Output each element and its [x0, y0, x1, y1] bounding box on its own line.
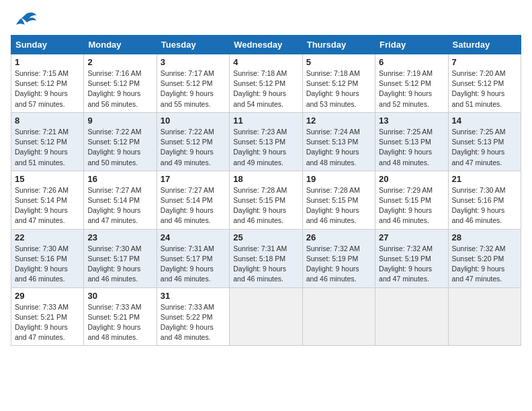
header-thursday: Thursday	[302, 36, 375, 54]
day-info: Sunrise: 7:28 AM Sunset: 5:15 PM Dayligh…	[306, 185, 371, 226]
day-info: Sunrise: 7:22 AM Sunset: 5:12 PM Dayligh…	[87, 127, 152, 168]
header-friday: Friday	[375, 36, 448, 54]
day-info: Sunrise: 7:15 AM Sunset: 5:12 PM Dayligh…	[15, 68, 80, 109]
day-info: Sunrise: 7:21 AM Sunset: 5:12 PM Dayligh…	[15, 127, 80, 168]
calendar-day-cell: 12 Sunrise: 7:24 AM Sunset: 5:13 PM Dayl…	[302, 112, 375, 171]
header-monday: Monday	[84, 36, 157, 54]
day-info: Sunrise: 7:17 AM Sunset: 5:12 PM Dayligh…	[161, 68, 226, 109]
header-saturday: Saturday	[448, 36, 521, 54]
day-info: Sunrise: 7:29 AM Sunset: 5:15 PM Dayligh…	[379, 185, 444, 226]
day-number: 6	[379, 57, 444, 67]
day-info: Sunrise: 7:25 AM Sunset: 5:13 PM Dayligh…	[379, 127, 444, 168]
day-number: 25	[233, 232, 298, 242]
calendar-day-cell: 19 Sunrise: 7:28 AM Sunset: 5:15 PM Dayl…	[302, 171, 375, 229]
header-wednesday: Wednesday	[230, 36, 302, 54]
day-number: 22	[15, 232, 80, 242]
calendar-table: Sunday Monday Tuesday Wednesday Thursday…	[11, 35, 521, 346]
day-info: Sunrise: 7:20 AM Sunset: 5:12 PM Dayligh…	[452, 68, 517, 109]
day-number: 7	[452, 57, 517, 67]
calendar-day-cell	[302, 287, 375, 346]
day-number: 9	[87, 116, 152, 126]
calendar-day-cell: 16 Sunrise: 7:27 AM Sunset: 5:14 PM Dayl…	[84, 171, 157, 229]
calendar-day-cell: 25 Sunrise: 7:31 AM Sunset: 5:18 PM Dayl…	[230, 229, 302, 287]
logo-icon	[11, 11, 38, 30]
calendar-day-cell: 21 Sunrise: 7:30 AM Sunset: 5:16 PM Dayl…	[448, 171, 521, 229]
calendar-day-cell: 26 Sunrise: 7:32 AM Sunset: 5:19 PM Dayl…	[302, 229, 375, 287]
day-info: Sunrise: 7:19 AM Sunset: 5:12 PM Dayligh…	[379, 68, 444, 109]
day-info: Sunrise: 7:18 AM Sunset: 5:12 PM Dayligh…	[306, 68, 371, 109]
day-info: Sunrise: 7:22 AM Sunset: 5:12 PM Dayligh…	[161, 127, 226, 168]
calendar-week-row: 22 Sunrise: 7:30 AM Sunset: 5:16 PM Dayl…	[11, 229, 521, 287]
day-info: Sunrise: 7:23 AM Sunset: 5:13 PM Dayligh…	[233, 127, 298, 168]
calendar-day-cell: 5 Sunrise: 7:18 AM Sunset: 5:12 PM Dayli…	[302, 54, 375, 113]
header-sunday: Sunday	[11, 36, 84, 54]
day-number: 3	[161, 57, 226, 67]
day-number: 8	[15, 116, 80, 126]
calendar-day-cell: 11 Sunrise: 7:23 AM Sunset: 5:13 PM Dayl…	[230, 112, 302, 171]
calendar-day-cell: 20 Sunrise: 7:29 AM Sunset: 5:15 PM Dayl…	[375, 171, 448, 229]
day-number: 17	[161, 174, 226, 184]
calendar-day-cell: 9 Sunrise: 7:22 AM Sunset: 5:12 PM Dayli…	[84, 112, 157, 171]
calendar-day-cell: 14 Sunrise: 7:25 AM Sunset: 5:13 PM Dayl…	[448, 112, 521, 171]
day-info: Sunrise: 7:27 AM Sunset: 5:14 PM Dayligh…	[87, 185, 152, 226]
calendar-day-cell: 23 Sunrise: 7:30 AM Sunset: 5:17 PM Dayl…	[84, 229, 157, 287]
day-info: Sunrise: 7:33 AM Sunset: 5:22 PM Dayligh…	[161, 302, 226, 343]
calendar-week-row: 1 Sunrise: 7:15 AM Sunset: 5:12 PM Dayli…	[11, 54, 521, 113]
day-number: 15	[15, 174, 80, 184]
calendar-day-cell: 27 Sunrise: 7:32 AM Sunset: 5:19 PM Dayl…	[375, 229, 448, 287]
calendar-day-cell: 24 Sunrise: 7:31 AM Sunset: 5:17 PM Dayl…	[157, 229, 229, 287]
header-tuesday: Tuesday	[157, 36, 229, 54]
day-number: 20	[379, 174, 444, 184]
day-number: 24	[161, 232, 226, 242]
day-info: Sunrise: 7:30 AM Sunset: 5:16 PM Dayligh…	[15, 244, 80, 285]
day-number: 27	[379, 232, 444, 242]
calendar-day-cell: 28 Sunrise: 7:32 AM Sunset: 5:20 PM Dayl…	[448, 229, 521, 287]
day-info: Sunrise: 7:16 AM Sunset: 5:12 PM Dayligh…	[87, 68, 152, 109]
calendar-week-row: 29 Sunrise: 7:33 AM Sunset: 5:21 PM Dayl…	[11, 287, 521, 346]
calendar-day-cell: 7 Sunrise: 7:20 AM Sunset: 5:12 PM Dayli…	[448, 54, 521, 113]
day-number: 12	[306, 116, 371, 126]
calendar-week-row: 15 Sunrise: 7:26 AM Sunset: 5:14 PM Dayl…	[11, 171, 521, 229]
day-number: 14	[452, 116, 517, 126]
day-info: Sunrise: 7:30 AM Sunset: 5:17 PM Dayligh…	[87, 244, 152, 285]
day-number: 16	[87, 174, 152, 184]
calendar-header-row: Sunday Monday Tuesday Wednesday Thursday…	[11, 36, 521, 54]
day-number: 23	[87, 232, 152, 242]
logo	[11, 11, 40, 30]
day-number: 4	[233, 57, 298, 67]
calendar-day-cell	[448, 287, 521, 346]
calendar-day-cell: 15 Sunrise: 7:26 AM Sunset: 5:14 PM Dayl…	[11, 171, 84, 229]
day-info: Sunrise: 7:28 AM Sunset: 5:15 PM Dayligh…	[233, 185, 298, 226]
day-number: 30	[87, 291, 152, 301]
day-number: 18	[233, 174, 298, 184]
day-info: Sunrise: 7:25 AM Sunset: 5:13 PM Dayligh…	[452, 127, 517, 168]
day-info: Sunrise: 7:30 AM Sunset: 5:16 PM Dayligh…	[452, 185, 517, 226]
calendar-day-cell: 6 Sunrise: 7:19 AM Sunset: 5:12 PM Dayli…	[375, 54, 448, 113]
day-info: Sunrise: 7:31 AM Sunset: 5:17 PM Dayligh…	[161, 244, 226, 285]
day-info: Sunrise: 7:27 AM Sunset: 5:14 PM Dayligh…	[161, 185, 226, 226]
calendar-week-row: 8 Sunrise: 7:21 AM Sunset: 5:12 PM Dayli…	[11, 112, 521, 171]
calendar-day-cell: 2 Sunrise: 7:16 AM Sunset: 5:12 PM Dayli…	[84, 54, 157, 113]
day-info: Sunrise: 7:32 AM Sunset: 5:19 PM Dayligh…	[379, 244, 444, 285]
day-number: 19	[306, 174, 371, 184]
day-info: Sunrise: 7:26 AM Sunset: 5:14 PM Dayligh…	[15, 185, 80, 226]
calendar-day-cell: 10 Sunrise: 7:22 AM Sunset: 5:12 PM Dayl…	[157, 112, 229, 171]
day-number: 10	[161, 116, 226, 126]
calendar-day-cell: 3 Sunrise: 7:17 AM Sunset: 5:12 PM Dayli…	[157, 54, 229, 113]
day-info: Sunrise: 7:31 AM Sunset: 5:18 PM Dayligh…	[233, 244, 298, 285]
day-number: 2	[87, 57, 152, 67]
calendar-day-cell: 8 Sunrise: 7:21 AM Sunset: 5:12 PM Dayli…	[11, 112, 84, 171]
day-info: Sunrise: 7:24 AM Sunset: 5:13 PM Dayligh…	[306, 127, 371, 168]
calendar-day-cell: 31 Sunrise: 7:33 AM Sunset: 5:22 PM Dayl…	[157, 287, 229, 346]
calendar-day-cell: 13 Sunrise: 7:25 AM Sunset: 5:13 PM Dayl…	[375, 112, 448, 171]
calendar-day-cell	[375, 287, 448, 346]
day-number: 11	[233, 116, 298, 126]
day-info: Sunrise: 7:33 AM Sunset: 5:21 PM Dayligh…	[15, 302, 80, 343]
day-number: 5	[306, 57, 371, 67]
calendar-day-cell: 17 Sunrise: 7:27 AM Sunset: 5:14 PM Dayl…	[157, 171, 229, 229]
day-info: Sunrise: 7:33 AM Sunset: 5:21 PM Dayligh…	[87, 302, 152, 343]
page-header	[11, 11, 521, 30]
calendar-day-cell: 1 Sunrise: 7:15 AM Sunset: 5:12 PM Dayli…	[11, 54, 84, 113]
calendar-day-cell	[230, 287, 302, 346]
day-info: Sunrise: 7:32 AM Sunset: 5:20 PM Dayligh…	[452, 244, 517, 285]
